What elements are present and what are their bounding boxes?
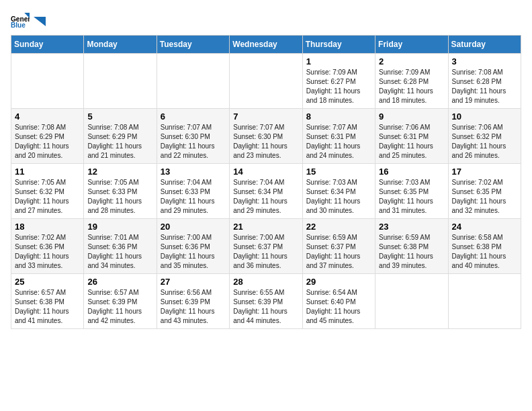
calendar-cell: 17Sunrise: 7:02 AM Sunset: 6:35 PM Dayli… — [448, 164, 521, 219]
day-number: 14 — [233, 167, 298, 177]
day-info: Sunrise: 7:08 AM Sunset: 6:29 PM Dayligh… — [87, 123, 152, 161]
day-info: Sunrise: 7:02 AM Sunset: 6:35 PM Dayligh… — [452, 178, 517, 216]
logo-arrow-icon — [34, 17, 46, 26]
day-info: Sunrise: 7:06 AM Sunset: 6:32 PM Dayligh… — [452, 123, 517, 161]
calendar-cell: 12Sunrise: 7:05 AM Sunset: 6:33 PM Dayli… — [84, 164, 157, 219]
calendar-cell: 21Sunrise: 7:00 AM Sunset: 6:37 PM Dayli… — [230, 219, 302, 274]
day-number: 12 — [87, 167, 152, 177]
day-number: 23 — [379, 222, 444, 232]
day-number: 3 — [452, 56, 517, 66]
day-info: Sunrise: 6:56 AM Sunset: 6:39 PM Dayligh… — [161, 288, 226, 326]
day-number: 27 — [161, 277, 226, 287]
day-number: 6 — [161, 111, 226, 122]
day-info: Sunrise: 7:04 AM Sunset: 6:33 PM Dayligh… — [161, 178, 226, 216]
day-info: Sunrise: 7:00 AM Sunset: 6:36 PM Dayligh… — [161, 233, 226, 271]
calendar-cell: 6Sunrise: 7:07 AM Sunset: 6:30 PM Daylig… — [157, 109, 229, 164]
day-number: 4 — [15, 111, 80, 122]
day-info: Sunrise: 7:03 AM Sunset: 6:35 PM Dayligh… — [379, 178, 444, 216]
day-number: 9 — [379, 111, 444, 122]
day-header-saturday: Saturday — [448, 36, 521, 54]
day-info: Sunrise: 6:59 AM Sunset: 6:38 PM Dayligh… — [379, 233, 444, 271]
calendar-cell: 13Sunrise: 7:04 AM Sunset: 6:33 PM Dayli… — [157, 164, 229, 219]
day-number: 11 — [15, 167, 80, 177]
svg-marker-3 — [34, 17, 46, 26]
day-header-tuesday: Tuesday — [157, 36, 229, 54]
day-info: Sunrise: 6:58 AM Sunset: 6:38 PM Dayligh… — [452, 233, 517, 271]
calendar-cell — [157, 54, 229, 109]
calendar-cell: 11Sunrise: 7:05 AM Sunset: 6:32 PM Dayli… — [11, 164, 84, 219]
day-number: 1 — [306, 56, 371, 66]
day-number: 22 — [306, 222, 371, 232]
calendar-cell — [11, 54, 84, 109]
calendar-cell: 2Sunrise: 7:09 AM Sunset: 6:28 PM Daylig… — [375, 54, 448, 109]
day-number: 25 — [15, 277, 80, 287]
calendar-cell: 5Sunrise: 7:08 AM Sunset: 6:29 PM Daylig… — [84, 109, 157, 164]
calendar-cell — [375, 274, 448, 329]
calendar-cell: 18Sunrise: 7:02 AM Sunset: 6:36 PM Dayli… — [11, 219, 84, 274]
day-number: 19 — [87, 222, 152, 232]
day-info: Sunrise: 7:04 AM Sunset: 6:34 PM Dayligh… — [233, 178, 298, 216]
calendar-cell: 4Sunrise: 7:08 AM Sunset: 6:29 PM Daylig… — [11, 109, 84, 164]
day-info: Sunrise: 7:07 AM Sunset: 6:30 PM Dayligh… — [161, 123, 226, 161]
day-number: 2 — [379, 56, 444, 66]
day-header-monday: Monday — [84, 36, 157, 54]
calendar-cell: 25Sunrise: 6:57 AM Sunset: 6:38 PM Dayli… — [11, 274, 84, 329]
calendar-cell: 15Sunrise: 7:03 AM Sunset: 6:34 PM Dayli… — [302, 164, 375, 219]
day-info: Sunrise: 7:09 AM Sunset: 6:28 PM Dayligh… — [379, 68, 444, 105]
calendar-cell: 10Sunrise: 7:06 AM Sunset: 6:32 PM Dayli… — [448, 109, 521, 164]
day-info: Sunrise: 7:08 AM Sunset: 6:28 PM Dayligh… — [452, 68, 517, 105]
calendar-cell: 28Sunrise: 6:55 AM Sunset: 6:39 PM Dayli… — [230, 274, 302, 329]
calendar-cell: 3Sunrise: 7:08 AM Sunset: 6:28 PM Daylig… — [448, 54, 521, 109]
calendar-cell: 27Sunrise: 6:56 AM Sunset: 6:39 PM Dayli… — [157, 274, 229, 329]
day-info: Sunrise: 7:01 AM Sunset: 6:36 PM Dayligh… — [87, 233, 152, 271]
day-info: Sunrise: 7:06 AM Sunset: 6:31 PM Dayligh… — [379, 123, 444, 161]
logo: General Blue — [11, 11, 46, 30]
calendar-table: SundayMondayTuesdayWednesdayThursdayFrid… — [11, 35, 521, 329]
svg-text:Blue: Blue — [11, 21, 26, 29]
day-number: 29 — [306, 277, 371, 287]
day-header-wednesday: Wednesday — [230, 36, 302, 54]
day-number: 21 — [233, 222, 298, 232]
day-info: Sunrise: 7:00 AM Sunset: 6:37 PM Dayligh… — [233, 233, 298, 271]
day-info: Sunrise: 6:57 AM Sunset: 6:38 PM Dayligh… — [15, 288, 80, 326]
calendar-cell: 29Sunrise: 6:54 AM Sunset: 6:40 PM Dayli… — [302, 274, 375, 329]
calendar-cell: 24Sunrise: 6:58 AM Sunset: 6:38 PM Dayli… — [448, 219, 521, 274]
day-number: 18 — [15, 222, 80, 232]
calendar-cell — [230, 54, 302, 109]
day-number: 10 — [452, 111, 517, 122]
day-info: Sunrise: 7:05 AM Sunset: 6:33 PM Dayligh… — [87, 178, 152, 216]
day-number: 28 — [233, 277, 298, 287]
page-header: General Blue — [11, 11, 521, 30]
day-number: 20 — [161, 222, 226, 232]
logo-icon: General Blue — [11, 11, 30, 30]
day-header-sunday: Sunday — [11, 36, 84, 54]
day-info: Sunrise: 7:09 AM Sunset: 6:27 PM Dayligh… — [306, 68, 371, 105]
calendar-cell: 23Sunrise: 6:59 AM Sunset: 6:38 PM Dayli… — [375, 219, 448, 274]
day-info: Sunrise: 7:08 AM Sunset: 6:29 PM Dayligh… — [15, 123, 80, 161]
calendar-cell: 9Sunrise: 7:06 AM Sunset: 6:31 PM Daylig… — [375, 109, 448, 164]
day-number: 16 — [379, 167, 444, 177]
calendar-cell — [448, 274, 521, 329]
day-header-friday: Friday — [375, 36, 448, 54]
day-info: Sunrise: 7:07 AM Sunset: 6:30 PM Dayligh… — [233, 123, 298, 161]
calendar-cell: 14Sunrise: 7:04 AM Sunset: 6:34 PM Dayli… — [230, 164, 302, 219]
calendar-cell — [84, 54, 157, 109]
calendar-cell: 20Sunrise: 7:00 AM Sunset: 6:36 PM Dayli… — [157, 219, 229, 274]
calendar-cell: 1Sunrise: 7:09 AM Sunset: 6:27 PM Daylig… — [302, 54, 375, 109]
day-number: 5 — [87, 111, 152, 122]
calendar-cell: 26Sunrise: 6:57 AM Sunset: 6:39 PM Dayli… — [84, 274, 157, 329]
day-number: 8 — [306, 111, 371, 122]
day-header-thursday: Thursday — [302, 36, 375, 54]
day-number: 7 — [233, 111, 298, 122]
day-number: 15 — [306, 167, 371, 177]
day-info: Sunrise: 6:55 AM Sunset: 6:39 PM Dayligh… — [233, 288, 298, 326]
day-info: Sunrise: 7:05 AM Sunset: 6:32 PM Dayligh… — [15, 178, 80, 216]
day-info: Sunrise: 6:54 AM Sunset: 6:40 PM Dayligh… — [306, 288, 371, 326]
day-number: 17 — [452, 167, 517, 177]
day-info: Sunrise: 6:57 AM Sunset: 6:39 PM Dayligh… — [87, 288, 152, 326]
calendar-cell: 7Sunrise: 7:07 AM Sunset: 6:30 PM Daylig… — [230, 109, 302, 164]
day-info: Sunrise: 7:02 AM Sunset: 6:36 PM Dayligh… — [15, 233, 80, 271]
calendar-cell: 8Sunrise: 7:07 AM Sunset: 6:31 PM Daylig… — [302, 109, 375, 164]
calendar-cell: 22Sunrise: 6:59 AM Sunset: 6:37 PM Dayli… — [302, 219, 375, 274]
day-number: 13 — [161, 167, 226, 177]
